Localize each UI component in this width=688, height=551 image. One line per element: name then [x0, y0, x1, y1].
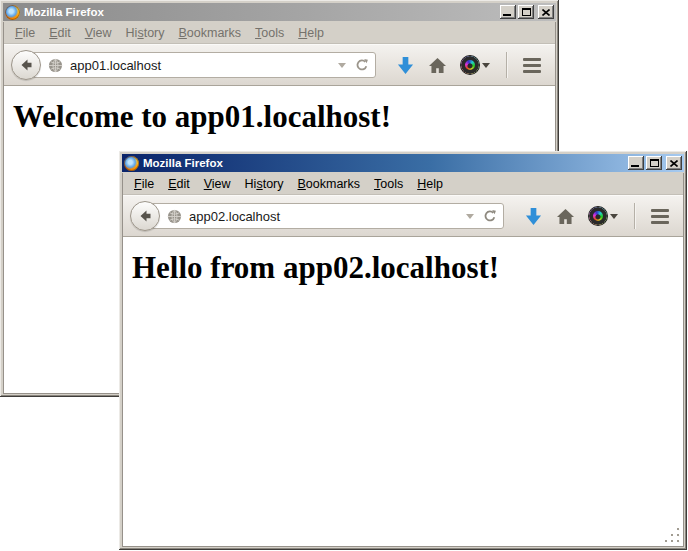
maximize-icon [650, 159, 659, 167]
minimize-button[interactable] [628, 156, 644, 170]
globe-icon[interactable] [167, 209, 182, 224]
navigation-toolbar: app02.localhost [123, 195, 683, 237]
maximize-button[interactable] [646, 156, 662, 170]
urlbar-dropdown-icon[interactable] [338, 63, 346, 68]
close-button[interactable] [666, 156, 682, 170]
app-menu-button[interactable] [644, 206, 676, 227]
menu-item-tools[interactable]: Tools [367, 175, 410, 193]
location-group: app02.localhost [130, 201, 504, 231]
home-icon [556, 208, 575, 225]
page-heading: Hello from app02.localhost! [132, 250, 683, 286]
menu-item-bookmarks[interactable]: Bookmarks [291, 175, 368, 193]
toolbar-buttons [390, 52, 548, 78]
addon-dropdown-icon [610, 214, 618, 219]
toolbar-separator [506, 52, 507, 78]
hamburger-icon [523, 58, 541, 73]
home-button[interactable] [421, 54, 454, 77]
menu-item-file[interactable]: File [8, 24, 42, 42]
resize-grip-dots [665, 540, 667, 542]
window-client-area: FileEditViewHistoryBookmarksToolsHelp ap… [122, 173, 684, 547]
reload-icon[interactable] [355, 58, 369, 72]
menu-item-history[interactable]: History [238, 175, 291, 193]
download-button[interactable] [518, 204, 549, 229]
window-controls [500, 5, 554, 19]
window-controls [628, 156, 682, 170]
navigation-toolbar: app01.localhost [4, 44, 555, 86]
page-heading: Welcome to app01.localhost! [13, 99, 555, 135]
back-button[interactable] [130, 201, 160, 231]
close-icon [542, 9, 550, 16]
menu-item-edit[interactable]: Edit [161, 175, 197, 193]
window-title: Mozilla Firefox [143, 157, 624, 169]
menu-item-edit[interactable]: Edit [42, 24, 78, 42]
menu-bar: FileEditViewHistoryBookmarksToolsHelp [123, 173, 683, 195]
hamburger-icon [651, 209, 669, 224]
menu-item-help[interactable]: Help [410, 175, 450, 193]
colorwheel-addon-button[interactable] [582, 204, 625, 228]
titlebar[interactable]: Mozilla Firefox [3, 3, 556, 21]
menu-item-view[interactable]: View [78, 24, 119, 42]
home-icon [428, 57, 447, 74]
window-title: Mozilla Firefox [24, 6, 496, 18]
menu-item-history[interactable]: History [119, 24, 172, 42]
download-icon [525, 207, 542, 226]
back-arrow-icon [137, 208, 153, 224]
minimize-button[interactable] [500, 5, 516, 19]
menu-item-help[interactable]: Help [291, 24, 331, 42]
reload-icon[interactable] [483, 209, 497, 223]
minimize-icon [503, 14, 511, 16]
minimize-icon [631, 165, 639, 167]
menu-item-view[interactable]: View [197, 175, 238, 193]
url-bar[interactable]: app01.localhost [25, 52, 376, 78]
app-menu-button[interactable] [516, 55, 548, 76]
back-button[interactable] [11, 50, 41, 80]
menu-item-bookmarks[interactable]: Bookmarks [172, 24, 249, 42]
toolbar-separator [634, 203, 635, 229]
home-button[interactable] [549, 205, 582, 228]
addon-dropdown-icon [482, 63, 490, 68]
back-arrow-icon [18, 57, 34, 73]
color-wheel-icon [461, 56, 479, 74]
location-group: app01.localhost [11, 50, 376, 80]
close-button[interactable] [538, 5, 554, 19]
page-content: Hello from app02.localhost! [123, 237, 683, 546]
urlbar-dropdown-icon[interactable] [466, 214, 474, 219]
download-button[interactable] [390, 53, 421, 78]
close-icon [670, 160, 678, 167]
globe-icon[interactable] [48, 58, 63, 73]
maximize-icon [522, 8, 531, 16]
menu-item-file[interactable]: File [127, 175, 161, 193]
menu-item-tools[interactable]: Tools [248, 24, 291, 42]
browser-window-app02: Mozilla Firefox FileEditViewHistoryBookm… [119, 151, 687, 550]
url-bar[interactable]: app02.localhost [144, 203, 504, 229]
colorwheel-addon-button[interactable] [454, 53, 497, 77]
download-icon [397, 56, 414, 75]
color-wheel-icon [589, 207, 607, 225]
firefox-logo-icon [5, 5, 20, 20]
url-text: app01.localhost [70, 58, 338, 73]
titlebar[interactable]: Mozilla Firefox [122, 154, 684, 172]
url-text: app02.localhost [189, 209, 466, 224]
maximize-button[interactable] [518, 5, 534, 19]
firefox-logo-icon [124, 156, 139, 171]
toolbar-buttons [518, 203, 676, 229]
menu-bar: FileEditViewHistoryBookmarksToolsHelp [4, 22, 555, 44]
resize-grip[interactable] [665, 528, 680, 543]
